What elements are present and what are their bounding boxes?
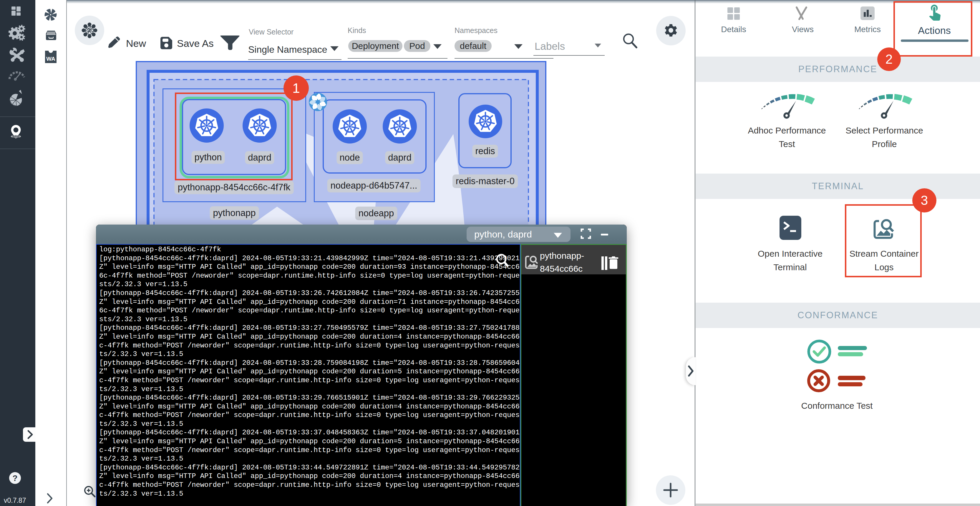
svg-text:v0.7.87: v0.7.87	[4, 496, 26, 504]
svg-text:WA: WA	[46, 56, 55, 62]
svg-text:?: ?	[12, 474, 18, 483]
